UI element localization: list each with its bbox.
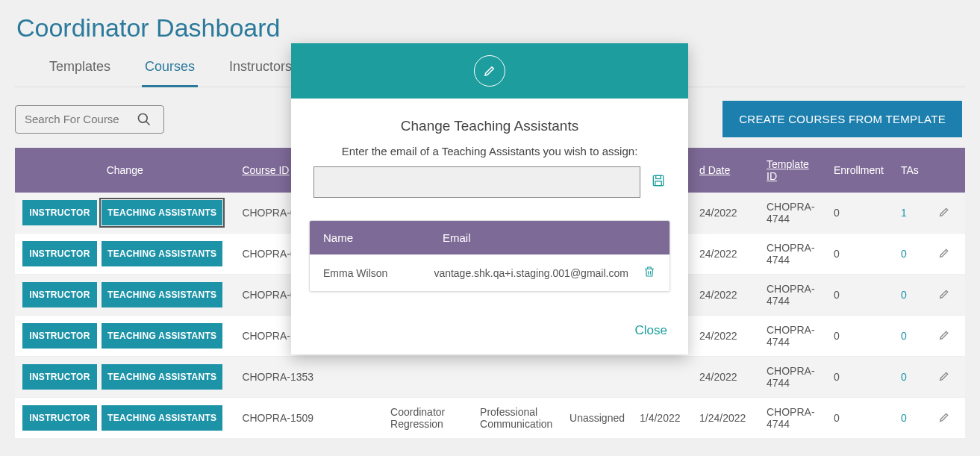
ta-email: vantage.shk.qa+i.staging.001@gmail.com bbox=[434, 267, 628, 279]
cell-tas: 0 bbox=[893, 275, 931, 316]
cell-extra1: Coordinator Regression bbox=[383, 398, 472, 439]
edit-row-button[interactable] bbox=[931, 316, 965, 357]
save-icon[interactable] bbox=[651, 173, 666, 191]
cell-tas: 0 bbox=[893, 357, 931, 398]
col-tas: TAs bbox=[893, 148, 931, 193]
cell-end-date: 1/24/2022 bbox=[692, 398, 759, 439]
ta-email-input[interactable] bbox=[313, 166, 640, 198]
modal-title: Change Teaching Assistants bbox=[291, 99, 688, 145]
cell-enrollment: 0 bbox=[826, 357, 893, 398]
cell-extra4 bbox=[632, 357, 692, 398]
col-template-id[interactable]: Template ID bbox=[759, 148, 826, 193]
table-row: INSTRUCTORTEACHING ASSISTANTSCHOPRA-1509… bbox=[15, 398, 965, 439]
ta-table: Name Email Emma Wilson vantage.shk.qa+i.… bbox=[309, 220, 670, 292]
search-icon bbox=[137, 112, 152, 127]
cell-end-date: 24/2022 bbox=[692, 193, 759, 234]
cell-enrollment: 0 bbox=[826, 234, 893, 275]
edit-row-button[interactable] bbox=[931, 357, 965, 398]
edit-row-button[interactable] bbox=[931, 234, 965, 275]
cell-template-id: CHOPRA-4744 bbox=[759, 398, 826, 439]
teaching-assistants-button[interactable]: TEACHING ASSISTANTS bbox=[102, 200, 222, 225]
cell-extra3: Unassigned bbox=[562, 398, 632, 439]
cell-template-id: CHOPRA-4744 bbox=[759, 316, 826, 357]
ta-col-name: Name bbox=[323, 231, 443, 244]
tab-templates[interactable]: Templates bbox=[46, 51, 113, 87]
cell-enrollment: 0 bbox=[826, 193, 893, 234]
ta-name: Emma Wilson bbox=[323, 267, 434, 279]
cell-tas: 1 bbox=[893, 193, 931, 234]
cell-template-id: CHOPRA-4744 bbox=[759, 234, 826, 275]
instructor-button[interactable]: INSTRUCTOR bbox=[22, 282, 97, 307]
cell-end-date: 24/2022 bbox=[692, 234, 759, 275]
instructor-button[interactable]: INSTRUCTOR bbox=[22, 241, 97, 266]
cell-end-date: 24/2022 bbox=[692, 316, 759, 357]
cell-extra1 bbox=[383, 357, 472, 398]
cell-tas: 0 bbox=[893, 398, 931, 439]
cell-template-id: CHOPRA-4744 bbox=[759, 193, 826, 234]
col-enrollment: Enrollment bbox=[826, 148, 893, 193]
svg-line-1 bbox=[146, 121, 150, 125]
cell-extra3 bbox=[562, 357, 632, 398]
cell-extra4: 1/4/2022 bbox=[632, 398, 692, 439]
table-row: INSTRUCTORTEACHING ASSISTANTSCHOPRA-1353… bbox=[15, 357, 965, 398]
ta-row: Emma Wilson vantage.shk.qa+i.staging.001… bbox=[310, 254, 670, 291]
svg-point-0 bbox=[139, 113, 148, 122]
search-input[interactable] bbox=[25, 113, 137, 125]
change-ta-modal: Change Teaching Assistants Enter the ema… bbox=[291, 43, 688, 355]
cell-enrollment: 0 bbox=[826, 398, 893, 439]
edit-row-button[interactable] bbox=[931, 193, 965, 234]
page-title: Coordinator Dashboard bbox=[0, 0, 980, 49]
cell-end-date: 24/2022 bbox=[692, 357, 759, 398]
close-button[interactable]: Close bbox=[635, 323, 667, 338]
instructor-button[interactable]: INSTRUCTOR bbox=[22, 200, 97, 225]
teaching-assistants-button[interactable]: TEACHING ASSISTANTS bbox=[102, 364, 222, 390]
cell-tas: 0 bbox=[893, 234, 931, 275]
search-box[interactable] bbox=[15, 105, 164, 134]
edit-row-button[interactable] bbox=[931, 275, 965, 316]
teaching-assistants-button[interactable]: TEACHING ASSISTANTS bbox=[102, 282, 222, 307]
cell-end-date: 24/2022 bbox=[692, 275, 759, 316]
instructor-button[interactable]: INSTRUCTOR bbox=[22, 364, 97, 390]
teaching-assistants-button[interactable]: TEACHING ASSISTANTS bbox=[102, 323, 222, 349]
ta-col-email: Email bbox=[443, 231, 471, 244]
pencil-icon bbox=[474, 55, 505, 87]
cell-extra2 bbox=[472, 357, 562, 398]
col-end-date[interactable]: d Date bbox=[692, 148, 759, 193]
edit-row-button[interactable] bbox=[931, 398, 965, 439]
tab-courses[interactable]: Courses bbox=[142, 51, 198, 87]
col-change: Change bbox=[15, 148, 234, 193]
create-courses-button[interactable]: CREATE COURSES FROM TEMPLATE bbox=[722, 101, 962, 137]
svg-rect-4 bbox=[655, 181, 661, 186]
modal-header bbox=[291, 43, 688, 99]
cell-course-id: CHOPRA-1353 bbox=[234, 357, 383, 398]
instructor-button[interactable]: INSTRUCTOR bbox=[22, 405, 97, 431]
teaching-assistants-button[interactable]: TEACHING ASSISTANTS bbox=[102, 405, 222, 431]
modal-subtitle: Enter the email of a Teaching Assistants… bbox=[291, 145, 688, 166]
cell-template-id: CHOPRA-4744 bbox=[759, 275, 826, 316]
cell-enrollment: 0 bbox=[826, 316, 893, 357]
cell-enrollment: 0 bbox=[826, 275, 893, 316]
teaching-assistants-button[interactable]: TEACHING ASSISTANTS bbox=[102, 241, 222, 266]
tab-instructors[interactable]: Instructors bbox=[226, 51, 295, 87]
col-edit bbox=[931, 148, 965, 193]
cell-tas: 0 bbox=[893, 316, 931, 357]
cell-template-id: CHOPRA-4744 bbox=[759, 357, 826, 398]
cell-course-id: CHOPRA-1509 bbox=[234, 398, 383, 439]
delete-ta-button[interactable] bbox=[628, 265, 656, 281]
instructor-button[interactable]: INSTRUCTOR bbox=[22, 323, 97, 349]
svg-rect-3 bbox=[656, 175, 661, 178]
cell-extra2: Professional Communication bbox=[472, 398, 562, 439]
